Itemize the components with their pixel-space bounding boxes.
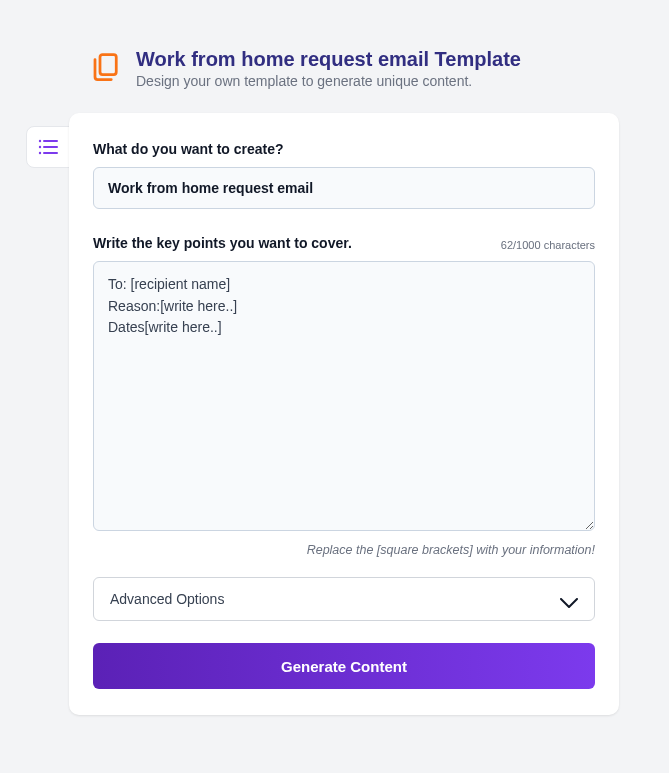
chevron-down-icon	[560, 594, 578, 604]
advanced-options-label: Advanced Options	[110, 591, 224, 607]
svg-rect-0	[100, 55, 116, 75]
keypoints-textarea[interactable]	[93, 261, 595, 531]
keypoints-label: Write the key points you want to cover.	[93, 235, 352, 251]
advanced-options-toggle[interactable]: Advanced Options	[93, 577, 595, 621]
generate-content-button[interactable]: Generate Content	[93, 643, 595, 689]
svg-point-5	[39, 152, 41, 154]
svg-point-1	[39, 140, 41, 142]
template-form-card: What do you want to create? Write the ke…	[69, 113, 619, 715]
character-count: 62/1000 characters	[501, 239, 595, 251]
generate-button-label: Generate Content	[281, 658, 407, 675]
list-icon	[38, 139, 58, 155]
keypoints-hint: Replace the [square brackets] with your …	[93, 543, 595, 557]
page-title: Work from home request email Template	[136, 48, 521, 71]
svg-point-3	[39, 146, 41, 148]
page-subtitle: Design your own template to generate uni…	[136, 73, 521, 89]
sidebar-toggle-button[interactable]	[26, 126, 70, 168]
create-label: What do you want to create?	[93, 141, 284, 157]
create-input[interactable]	[93, 167, 595, 209]
copy-icon	[90, 52, 120, 84]
